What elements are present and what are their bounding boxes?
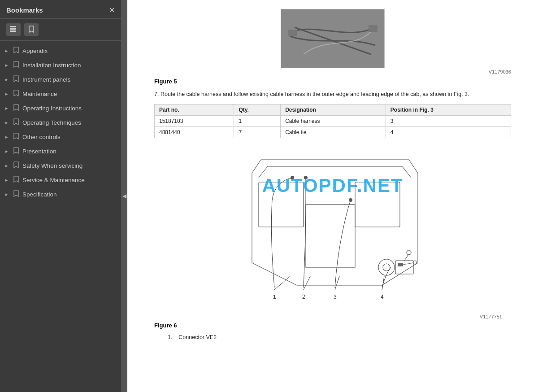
col-qty: Qty. — [234, 104, 281, 115]
sidebar-header: Bookmarks ✕ — [0, 0, 121, 19]
list-view-icon — [10, 26, 17, 34]
figure6-svg: 1 2 3 4 — [216, 146, 449, 312]
sidebar-item-label: Maintenance — [22, 91, 117, 97]
figure5-container — [154, 9, 511, 68]
bookmark-item-icon — [13, 147, 20, 155]
chevron-right-icon: ▸ — [4, 177, 10, 183]
svg-rect-15 — [355, 182, 400, 227]
sidebar-item-label: Installation Instruction — [22, 62, 117, 69]
svg-rect-2 — [10, 30, 16, 32]
table-row: 48814407Cable tie4 — [155, 126, 511, 138]
sidebar-item-label: Instrument panels — [22, 76, 117, 83]
bookmarks-sidebar: Bookmarks ✕ ▸ Appendix — [0, 0, 121, 392]
chevron-right-icon: ▸ — [4, 105, 10, 111]
sidebar-item-operating-techniques[interactable]: ▸ Operating Techniques — [0, 115, 121, 130]
sidebar-item-maintenance[interactable]: ▸ Maintenance — [0, 87, 121, 101]
sidebar-item-label: Appendix — [22, 48, 117, 54]
figure6-label: Figure 6 — [154, 322, 511, 329]
fig6-item-text: Connector VE2 — [178, 334, 217, 340]
svg-rect-1 — [10, 28, 16, 30]
bookmark-item-icon — [13, 47, 20, 55]
bookmark-tool-button[interactable] — [24, 23, 39, 36]
svg-point-32 — [349, 198, 352, 202]
svg-line-5 — [409, 160, 418, 173]
sidebar-item-instrument-panels[interactable]: ▸ Instrument panels — [0, 72, 121, 87]
step7-text: 7. Route the cable harness and follow ex… — [154, 90, 511, 99]
table-cell: 7 — [234, 126, 281, 138]
list-view-button[interactable] — [6, 23, 21, 36]
sidebar-item-label: Presentation — [22, 148, 117, 155]
sidebar-item-label: Specification — [22, 191, 117, 198]
bookmark-item-icon — [13, 90, 20, 98]
table-cell: 4 — [386, 126, 511, 138]
sidebar-item-label: Other controls — [22, 134, 117, 140]
svg-rect-16 — [306, 205, 355, 267]
sidebar-item-safety-when-servicing[interactable]: ▸ Safety When servicing — [0, 158, 121, 173]
figure6-code: V1177751 — [154, 314, 511, 319]
svg-point-31 — [304, 176, 308, 179]
sidebar-item-label: Service & Maintenance — [22, 177, 117, 183]
bookmark-item-icon — [13, 133, 20, 141]
chevron-right-icon: ▸ — [4, 77, 10, 83]
svg-rect-14 — [259, 182, 304, 227]
chevron-right-icon: ▸ — [4, 48, 10, 54]
sidebar-title: Bookmarks — [6, 6, 43, 14]
chevron-right-icon: ▸ — [4, 62, 10, 68]
svg-line-34 — [403, 263, 413, 265]
svg-line-13 — [402, 166, 411, 178]
bookmark-item-icon — [13, 176, 20, 184]
chevron-right-icon: ▸ — [4, 192, 10, 197]
bookmark-item-icon — [13, 190, 20, 198]
bookmark-tool-icon — [28, 26, 35, 34]
page-area: V1179036 Figure 5 7. Route the cable har… — [127, 0, 538, 392]
svg-text:1: 1 — [273, 294, 276, 300]
chevron-right-icon: ▸ — [4, 134, 10, 140]
fig6-item-num: 1. — [168, 334, 172, 340]
table-row: 151871031Cable harness3 — [155, 115, 511, 126]
sidebar-item-presentation[interactable]: ▸ Presentation — [0, 144, 121, 158]
svg-line-22 — [274, 276, 290, 290]
parts-table-header: Part no. Qty. Designation Position in Fi… — [155, 104, 511, 115]
sidebar-item-other-controls[interactable]: ▸ Other controls — [0, 130, 121, 144]
col-position: Position in Fig. 3 — [386, 104, 511, 115]
bookmark-item-icon — [13, 104, 20, 112]
chevron-right-icon: ▸ — [4, 148, 10, 154]
sidebar-collapse-handle[interactable]: ◀ — [121, 0, 127, 392]
svg-text:4: 4 — [381, 294, 384, 300]
svg-point-30 — [291, 176, 294, 179]
sidebar-item-specification[interactable]: ▸ Specification — [0, 187, 121, 201]
svg-line-4 — [252, 160, 261, 173]
figure6-item-1: 1. Connector VE2 — [154, 334, 511, 340]
table-cell: 3 — [386, 115, 511, 126]
svg-point-17 — [378, 259, 395, 275]
bookmark-list: ▸ Appendix ▸ Installation Instruction ▸ … — [0, 41, 121, 392]
col-designation: Designation — [281, 104, 386, 115]
parts-table: Part no. Qty. Designation Position in Fi… — [154, 104, 511, 138]
main-content-area: V1179036 Figure 5 7. Route the cable har… — [127, 0, 538, 392]
figure5-code: V1179036 — [154, 69, 511, 74]
table-header-row: Part no. Qty. Designation Position in Fi… — [155, 104, 511, 115]
svg-line-8 — [252, 263, 297, 285]
sidebar-close-button[interactable]: ✕ — [109, 7, 115, 14]
sidebar-item-operating-instructions[interactable]: ▸ Operating Instructions — [0, 101, 121, 115]
sidebar-item-label: Operating Instructions — [22, 105, 117, 112]
svg-text:2: 2 — [302, 294, 305, 300]
figure5-image — [281, 9, 385, 68]
bookmark-item-icon — [13, 161, 20, 170]
sidebar-item-appendix[interactable]: ▸ Appendix — [0, 44, 121, 58]
table-cell: 4881440 — [155, 126, 234, 138]
sidebar-item-installation-instruction[interactable]: ▸ Installation Instruction — [0, 58, 121, 72]
table-cell: 15187103 — [155, 115, 234, 126]
svg-text:3: 3 — [334, 294, 337, 300]
sidebar-toolbar — [0, 19, 121, 41]
chevron-right-icon: ▸ — [4, 91, 10, 97]
bookmark-item-icon — [13, 118, 20, 126]
table-cell: 1 — [234, 115, 281, 126]
svg-rect-0 — [10, 26, 16, 27]
svg-rect-33 — [398, 263, 403, 266]
table-cell: Cable tie — [281, 126, 386, 138]
svg-line-12 — [259, 166, 268, 178]
sidebar-item-service-maintenance[interactable]: ▸ Service & Maintenance — [0, 173, 121, 187]
sidebar-item-label: Safety When servicing — [22, 162, 117, 169]
collapse-arrow-icon: ◀ — [122, 193, 126, 199]
